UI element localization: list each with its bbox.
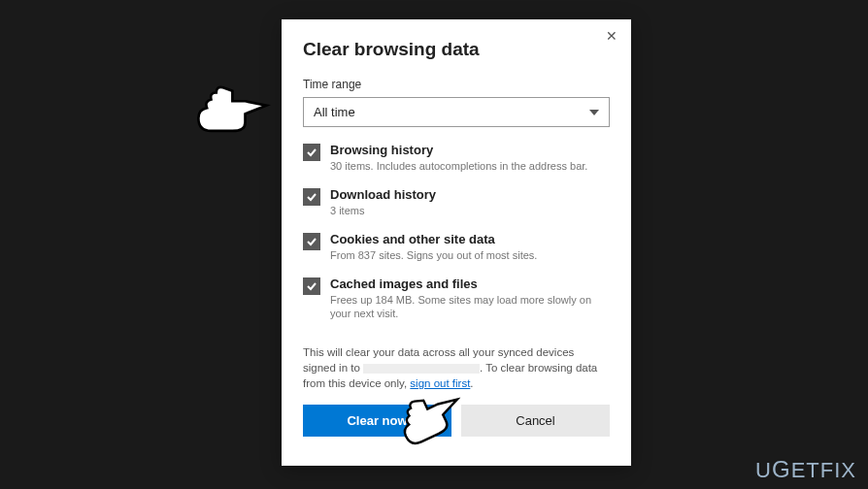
checkbox-cached[interactable] [303,277,320,295]
sync-info-text: This will clear your data across all you… [303,344,610,391]
watermark: UGETFIX [755,456,856,483]
option-desc: 3 items [330,204,610,218]
option-download-history: Download history 3 items [303,187,610,218]
option-title: Browsing history [330,143,610,157]
redacted-email [363,364,480,374]
options-list: Browsing history 30 items. Includes auto… [303,143,610,337]
checkbox-download-history[interactable] [303,188,320,206]
time-range-value: All time [314,105,355,119]
option-title: Cookies and other site data [330,232,610,246]
close-icon[interactable]: ✕ [606,29,618,43]
chevron-down-icon [589,110,599,115]
option-cookies: Cookies and other site data From 837 sit… [303,232,610,263]
time-range-dropdown[interactable]: All time [303,97,610,127]
option-desc: Frees up 184 MB. Some sites may load mor… [330,293,610,322]
cancel-button[interactable]: Cancel [461,405,610,437]
checkbox-cookies[interactable] [303,233,320,250]
option-cached: Cached images and files Frees up 184 MB.… [303,277,610,322]
option-desc: 30 items. Includes autocompletions in th… [330,159,610,174]
option-desc: From 837 sites. Signs you out of most si… [330,248,610,263]
time-range-label: Time range [303,78,610,91]
checkbox-browsing-history[interactable] [303,144,320,161]
option-title: Download history [330,187,610,202]
option-title: Cached images and files [330,277,610,291]
pointer-hand-icon [184,76,272,144]
dialog-title: Clear browsing data [303,39,610,60]
option-browsing-history: Browsing history 30 items. Includes auto… [303,143,610,174]
